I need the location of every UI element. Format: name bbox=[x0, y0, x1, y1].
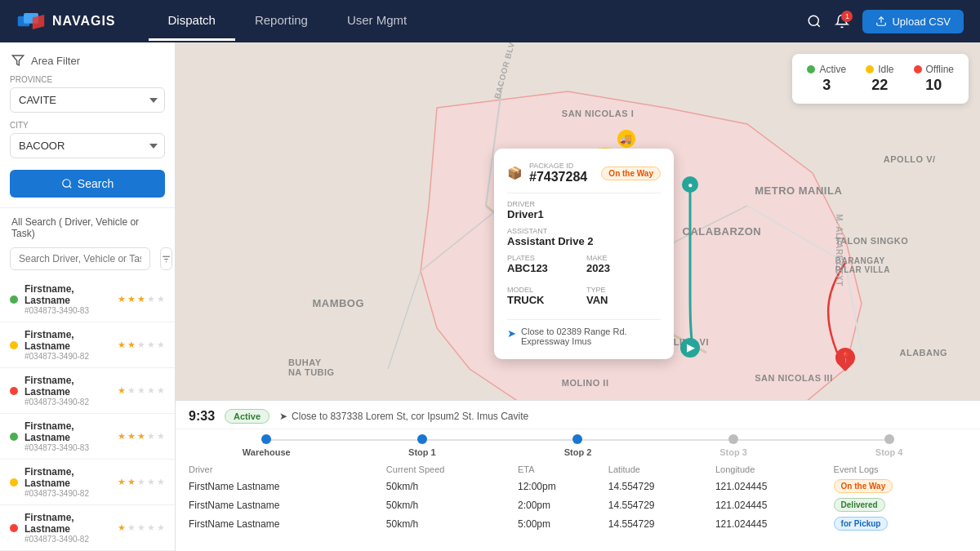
driver-name: Firstname, Lastname bbox=[24, 375, 111, 398]
table-cell: FirstName Lastname bbox=[189, 514, 386, 533]
star-icon: ★ bbox=[127, 477, 136, 487]
logo-text: NAVAGIS bbox=[52, 14, 116, 29]
star-icon: ★ bbox=[157, 477, 165, 487]
table-cell: 14.554729 bbox=[608, 477, 715, 495]
status-label: Offline bbox=[926, 64, 954, 75]
time-badge: 9:33 bbox=[189, 409, 215, 424]
filter-options-button[interactable] bbox=[160, 247, 172, 270]
driver-name: Firstname, Lastname bbox=[24, 512, 111, 535]
stop-dot bbox=[728, 434, 738, 444]
driver-id: #034873-3490-83 bbox=[24, 306, 111, 315]
star-icon: ★ bbox=[118, 522, 126, 533]
star-icon: ★ bbox=[157, 431, 165, 442]
location-arrow-icon: ➤ bbox=[279, 411, 287, 422]
nav-reporting[interactable]: Reporting bbox=[235, 2, 327, 41]
table-header-cell: ETA bbox=[518, 462, 608, 477]
location-text: Close to 02389 Range Rd. Expressway Imus bbox=[521, 327, 661, 346]
driver-item[interactable]: Firstname, Lastname#034873-3490-82★★★★★ bbox=[0, 322, 175, 368]
driver-status-dot bbox=[10, 433, 18, 441]
table-cell: 12:00pm bbox=[518, 477, 608, 495]
city-label: City bbox=[10, 121, 165, 130]
table-cell: 121.024445 bbox=[715, 514, 834, 533]
star-icon: ★ bbox=[157, 294, 165, 304]
main-nav: Dispatch Reporting User Mgmt bbox=[149, 2, 808, 41]
table-row: FirstName Lastname50km/h12:00pm14.554729… bbox=[189, 477, 967, 495]
driver-status-dot bbox=[10, 295, 18, 304]
location-icon: ➤ bbox=[507, 327, 516, 340]
notification-button[interactable]: 1 bbox=[835, 14, 849, 29]
table-cell: 2:00pm bbox=[518, 495, 608, 514]
driver-info: Firstname, Lastname#034873-3490-83 bbox=[24, 283, 111, 315]
driver-info: Firstname, Lastname#034873-3490-82 bbox=[24, 375, 111, 407]
stop-dot bbox=[884, 434, 894, 444]
star-icon: ★ bbox=[147, 385, 155, 396]
driver-status-dot bbox=[10, 478, 18, 487]
province-select[interactable]: CAVITE bbox=[10, 87, 165, 113]
options-icon bbox=[161, 254, 172, 264]
star-icon: ★ bbox=[118, 340, 126, 350]
table-cell: 14.554729 bbox=[608, 514, 715, 533]
driver-label: DRIVER bbox=[507, 200, 661, 208]
star-icon: ★ bbox=[127, 294, 136, 304]
upload-csv-button[interactable]: Upload CSV bbox=[862, 10, 964, 33]
popup-header: 📦 PACKAGE ID #7437284 On the Way bbox=[507, 162, 661, 184]
stop-item[interactable]: Stop 3 bbox=[656, 434, 812, 457]
city-filter: City BACOOR bbox=[0, 121, 175, 167]
star-icon: ★ bbox=[137, 340, 145, 350]
search-button[interactable]: Search bbox=[10, 170, 165, 198]
driver-stars: ★★★★★ bbox=[118, 431, 165, 442]
driver-search-input[interactable] bbox=[10, 247, 150, 270]
star-icon: ★ bbox=[137, 477, 145, 487]
svg-point-7 bbox=[63, 180, 70, 187]
stop-item[interactable]: Stop 4 bbox=[811, 434, 967, 457]
assistant-value: Assistant Drive 2 bbox=[507, 235, 661, 247]
driver-item[interactable]: Firstname, Lastname#034873-3490-83★★★★★ bbox=[0, 414, 175, 460]
search-label: Search bbox=[78, 177, 114, 190]
stops-row: WarehouseStop 1Stop 2Stop 3Stop 4 bbox=[176, 429, 980, 462]
bottom-panel: 9:33 Active ➤ Close to 837338 Lorem St, … bbox=[176, 400, 980, 551]
table-row: FirstName Lastname50km/h2:00pm14.5547291… bbox=[189, 495, 967, 514]
nav-user-mgmt[interactable]: User Mgmt bbox=[327, 2, 426, 41]
star-icon: ★ bbox=[147, 294, 155, 304]
driver-item[interactable]: Firstname, Lastname#034873-3490-82★★★★★ bbox=[0, 505, 175, 551]
popup-divider-2 bbox=[507, 319, 661, 320]
star-icon: ★ bbox=[127, 340, 136, 350]
star-icon: ★ bbox=[127, 522, 136, 533]
all-search-label: All Search ( Driver, Vehicle or Task) bbox=[0, 208, 175, 244]
plate-label: PLATES bbox=[507, 254, 581, 262]
star-icon: ★ bbox=[157, 340, 165, 350]
stop-line bbox=[422, 439, 578, 441]
navagis-logo-icon bbox=[16, 10, 46, 33]
stop-item[interactable]: Warehouse bbox=[189, 434, 345, 457]
package-icon: 📦 bbox=[507, 166, 523, 180]
assistant-label: ASSISTANT bbox=[507, 227, 661, 235]
event-badge: On the Way bbox=[834, 479, 893, 493]
status-label: Active bbox=[819, 64, 846, 75]
driver-list: Firstname, Lastname#034873-3490-83★★★★★F… bbox=[0, 277, 175, 551]
driver-item[interactable]: Firstname, Lastname#034873-3490-82★★★★★ bbox=[0, 368, 175, 414]
star-icon: ★ bbox=[147, 340, 155, 350]
table-cell: 14.554729 bbox=[608, 495, 715, 514]
svg-marker-6 bbox=[12, 56, 23, 65]
event-badge: for Pickup bbox=[834, 517, 889, 531]
nav-dispatch[interactable]: Dispatch bbox=[149, 2, 235, 41]
header-actions: 1 Upload CSV bbox=[807, 10, 964, 33]
star-icon: ★ bbox=[147, 477, 155, 487]
status-item: Active3 bbox=[807, 64, 846, 94]
sidebar: Area Filter Province CAVITE City BACOOR … bbox=[0, 42, 176, 551]
driver-id: #034873-3490-83 bbox=[24, 443, 111, 452]
driver-info: Firstname, Lastname#034873-3490-82 bbox=[24, 512, 111, 544]
type-field: TYPE VAN bbox=[586, 286, 661, 306]
stop-item[interactable]: Stop 2 bbox=[500, 434, 656, 457]
table-cell: 121.024445 bbox=[715, 477, 834, 495]
driver-item[interactable]: Firstname, Lastname#034873-3490-82★★★★★ bbox=[0, 460, 175, 505]
driver-item[interactable]: Firstname, Lastname#034873-3490-83★★★★★ bbox=[0, 277, 175, 322]
status-color-dot bbox=[866, 65, 874, 73]
stop-item[interactable]: Stop 1 bbox=[345, 434, 501, 457]
popup-divider-1 bbox=[507, 193, 661, 193]
city-select[interactable]: BACOOR bbox=[10, 133, 165, 158]
star-icon: ★ bbox=[137, 522, 145, 533]
event-log-cell: On the Way bbox=[834, 477, 967, 495]
table-cell: 5:00pm bbox=[518, 514, 608, 533]
search-button[interactable] bbox=[807, 14, 822, 29]
